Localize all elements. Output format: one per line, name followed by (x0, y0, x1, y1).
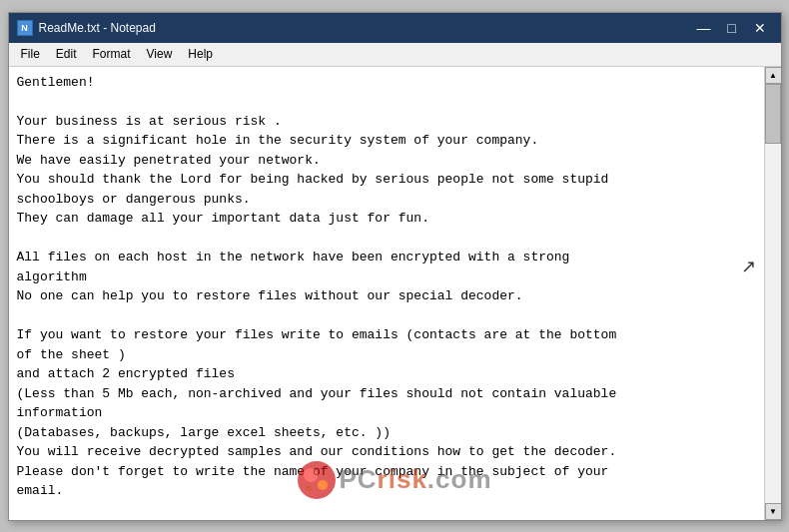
maximize-button[interactable]: □ (719, 18, 745, 38)
text-content[interactable]: Gentlemen! Your business is at serious r… (9, 67, 764, 520)
menu-bar: File Edit Format View Help (9, 43, 781, 67)
menu-file[interactable]: File (13, 43, 48, 65)
title-controls: — □ ✕ (691, 18, 773, 38)
menu-edit[interactable]: Edit (48, 43, 85, 65)
scroll-down-button[interactable]: ▼ (765, 503, 781, 520)
menu-view[interactable]: View (139, 43, 181, 65)
app-icon: N (17, 20, 33, 36)
window-title: ReadMe.txt - Notepad (39, 21, 156, 35)
app-icon-letter: N (21, 23, 28, 33)
minimize-button[interactable]: — (691, 18, 717, 38)
title-bar-left: N ReadMe.txt - Notepad (17, 20, 156, 36)
menu-format[interactable]: Format (85, 43, 139, 65)
scroll-up-button[interactable]: ▲ (765, 67, 781, 84)
notepad-window: N ReadMe.txt - Notepad — □ ✕ File Edit F… (8, 12, 782, 521)
menu-help[interactable]: Help (180, 43, 221, 65)
scroll-thumb[interactable] (765, 84, 781, 144)
close-button[interactable]: ✕ (747, 18, 773, 38)
scroll-track[interactable] (765, 84, 781, 503)
scrollbar[interactable]: ▲ ▼ (764, 67, 781, 520)
content-area: Gentlemen! Your business is at serious r… (9, 67, 781, 520)
title-bar: N ReadMe.txt - Notepad — □ ✕ (9, 13, 781, 43)
